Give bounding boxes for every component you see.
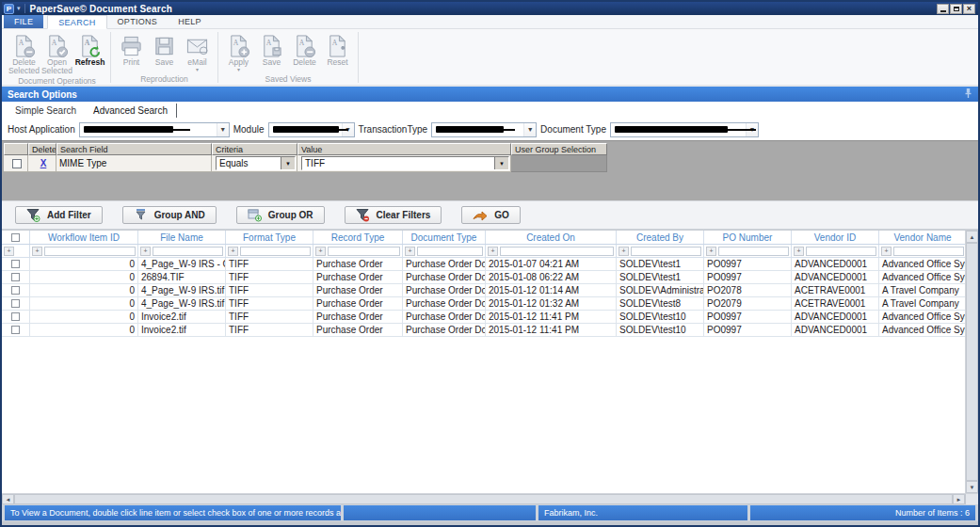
grid-column-header-vendor-id[interactable]: Vendor ID xyxy=(792,231,879,244)
svg-text:A: A xyxy=(332,39,338,47)
grid-column-header-workflow-item-id[interactable]: Workflow Item ID xyxy=(30,231,138,244)
row-checkbox[interactable] xyxy=(11,326,20,334)
close-button[interactable]: × xyxy=(963,4,975,14)
chevron-down-icon[interactable]: ▼ xyxy=(494,157,508,169)
grid-rows: 04_Page_W-9 IRS - Copy.tifTIFFPurchase O… xyxy=(2,258,965,337)
column-filter-input[interactable] xyxy=(500,247,614,256)
ribbon-button-save[interactable]: ASave xyxy=(255,31,288,67)
column-filter-input[interactable] xyxy=(153,247,223,256)
grid-column-header-vendor-name[interactable]: Vendor Name xyxy=(879,231,965,244)
column-filter-input[interactable] xyxy=(806,247,876,256)
papersave-logo-icon[interactable]: P xyxy=(4,4,14,14)
table-row[interactable]: 0Invoice2.tifTIFFPurchase OrderPurchase … xyxy=(2,311,965,324)
grid-column-header-created-by[interactable]: Created By xyxy=(617,231,704,244)
ribbon-button-email[interactable]: eMail▾ xyxy=(181,31,214,72)
grid-filter-cell: + xyxy=(2,245,30,257)
grid-column-header-document-type[interactable]: Document Type xyxy=(403,231,486,244)
criteria-combobox[interactable]: Equals▼ xyxy=(216,156,296,170)
horizontal-scrollbar[interactable]: ◄ ► xyxy=(2,493,978,504)
select-all-checkbox[interactable] xyxy=(11,233,20,242)
grid-column-header-created-on[interactable]: Created On xyxy=(486,231,617,244)
column-filter-input[interactable] xyxy=(240,247,311,256)
row-checkbox[interactable] xyxy=(11,273,20,281)
grid-cell-vendor-name: Advanced Office Systems xyxy=(879,324,965,336)
column-filter-input[interactable] xyxy=(328,247,400,256)
ribbon-button-refresh[interactable]: ARefresh xyxy=(73,31,106,67)
ribbon-button-open-selected[interactable]: AOpen Selected xyxy=(40,31,73,76)
filter-operator-icon[interactable]: + xyxy=(881,247,892,256)
maximize-button[interactable] xyxy=(950,4,962,14)
host-application-combobox[interactable]: ▼ xyxy=(79,122,230,137)
tab-advanced-search[interactable]: Advanced Search xyxy=(85,104,177,118)
filter-operator-icon[interactable]: + xyxy=(794,247,804,256)
minimize-button[interactable] xyxy=(937,4,949,14)
vertical-scrollbar[interactable]: ▲ ▼ xyxy=(965,231,978,493)
chevron-down-icon[interactable]: ▼ xyxy=(217,123,229,136)
chevron-down-icon[interactable]: ▼ xyxy=(523,123,536,136)
window-controls: × xyxy=(937,4,976,14)
scroll-down-icon[interactable]: ▼ xyxy=(966,481,978,493)
ribbon-button-apply[interactable]: AApply▾ xyxy=(222,31,255,72)
column-filter-input[interactable] xyxy=(44,247,136,256)
row-checkbox[interactable] xyxy=(11,312,20,321)
table-row[interactable]: 04_Page_W-9 IRS - Copy.tifTIFFPurchase O… xyxy=(2,258,965,271)
filter-operator-icon[interactable]: + xyxy=(315,247,326,256)
vertical-scroll-thumb[interactable] xyxy=(966,243,978,481)
add-filter-button[interactable]: Add Filter xyxy=(15,206,103,224)
ribbon-button-save[interactable]: Save xyxy=(148,31,181,67)
group-and-button[interactable]: Group AND xyxy=(122,206,217,224)
horizontal-scroll-thumb[interactable] xyxy=(14,494,953,504)
ribbon-button-reset[interactable]: AReset xyxy=(321,31,354,67)
ribbon-tab-file[interactable]: FILE xyxy=(4,15,43,28)
pin-icon[interactable] xyxy=(964,88,972,101)
column-filter-input[interactable] xyxy=(631,247,701,256)
scroll-up-icon[interactable]: ▲ xyxy=(966,231,978,243)
ribbon-button-print[interactable]: Print xyxy=(115,31,148,67)
row-checkbox[interactable] xyxy=(11,260,20,268)
document-type-combobox[interactable]: ▼ xyxy=(610,122,759,137)
grid-cell-created-by: SOLDEV\test1 xyxy=(617,258,704,270)
redacted-value xyxy=(615,126,728,133)
table-row[interactable]: 026894.TIFTIFFPurchase OrderPurchase Ord… xyxy=(2,271,965,284)
filter-operator-icon[interactable]: + xyxy=(140,247,151,256)
ribbon-button-delete-selected[interactable]: ADelete Selected xyxy=(8,31,40,76)
module-combobox[interactable]: ▼ xyxy=(268,122,355,137)
table-row[interactable]: 0Invoice2.tifTIFFPurchase OrderPurchase … xyxy=(2,324,965,337)
ribbon-group-label: Reproduction xyxy=(112,74,217,85)
transactiontype-combobox[interactable]: ▼ xyxy=(431,122,537,137)
group-or-button[interactable]: Group OR xyxy=(236,206,325,224)
tab-simple-search[interactable]: Simple Search xyxy=(7,104,85,118)
grid-column-header-record-type[interactable]: Record Type xyxy=(313,231,403,244)
column-filter-input[interactable] xyxy=(718,247,789,256)
filter-operator-icon[interactable]: + xyxy=(4,247,14,256)
row-checkbox[interactable] xyxy=(11,286,20,295)
filter-operator-icon[interactable]: + xyxy=(619,247,629,256)
row-checkbox[interactable] xyxy=(11,299,20,308)
scroll-left-icon[interactable]: ◄ xyxy=(2,494,14,504)
column-filter-input[interactable] xyxy=(417,247,483,256)
ribbon-button-delete[interactable]: ADelete xyxy=(288,31,321,67)
results-grid: Workflow Item IDFile NameFormat TypeReco… xyxy=(2,230,978,504)
delete-filter-link[interactable]: X xyxy=(40,158,47,168)
grid-column-header-format-type[interactable]: Format Type xyxy=(226,231,313,244)
filter-operator-icon[interactable]: + xyxy=(32,247,42,256)
column-filter-input[interactable] xyxy=(893,247,964,256)
table-row[interactable]: 04_Page_W-9 IRS.tifTIFFPurchase OrderPur… xyxy=(2,297,965,311)
clear-filters-button[interactable]: Clear Filters xyxy=(345,206,442,224)
value-combobox[interactable]: TIFF▼ xyxy=(301,156,509,170)
filter-row-checkbox[interactable] xyxy=(12,159,22,168)
scroll-right-icon[interactable]: ► xyxy=(953,494,965,504)
table-row[interactable]: 04_Page_W-9 IRS.tifTIFFPurchase OrderPur… xyxy=(2,284,965,297)
filter-operator-icon[interactable]: + xyxy=(488,247,498,256)
filter-operator-icon[interactable]: + xyxy=(228,247,238,256)
quick-access-dropdown-icon[interactable]: ▾ xyxy=(17,5,21,12)
filter-operator-icon[interactable]: + xyxy=(405,247,415,256)
chevron-down-icon[interactable]: ▼ xyxy=(281,157,295,169)
filter-operator-icon[interactable]: + xyxy=(706,247,716,256)
grid-column-header-file-name[interactable]: File Name xyxy=(138,231,226,244)
go-button[interactable]: GO xyxy=(461,206,521,224)
ribbon-tab-help[interactable]: HELP xyxy=(168,15,212,28)
ribbon-tab-search[interactable]: SEARCH xyxy=(47,15,106,29)
grid-column-header-po-number[interactable]: PO Number xyxy=(704,231,792,244)
ribbon-tab-options[interactable]: OPTIONS xyxy=(107,15,169,28)
